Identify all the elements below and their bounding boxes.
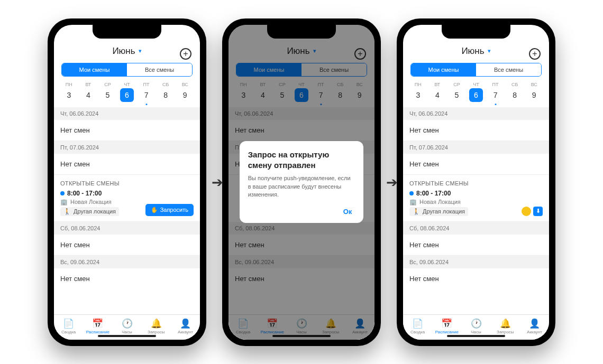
- walk-icon: 🚶: [63, 208, 71, 215]
- status-dot-icon: [409, 191, 414, 195]
- date-header: Чт, 06.06.2024: [54, 107, 200, 120]
- month-selector[interactable]: Июнь ▾: [112, 46, 141, 57]
- chevron-down-icon: ▾: [488, 48, 491, 54]
- date-header: Сб, 08.06.2024: [54, 222, 200, 235]
- no-shifts-row: Нет смен: [54, 235, 200, 256]
- schedule-list: Чт, 06.06.2024 Нет смен Пт, 07.06.2024 Н…: [54, 107, 200, 314]
- day-sat[interactable]: СБ8: [156, 82, 176, 102]
- home-indicator[interactable]: [98, 335, 156, 337]
- confirmation-modal: Запрос на открытую смену отправлен Вы по…: [240, 141, 364, 222]
- building-icon: 🏢: [409, 199, 417, 206]
- walk-icon: 🚶: [413, 208, 420, 215]
- status-dot-icon: [60, 191, 65, 195]
- add-button[interactable]: +: [529, 48, 541, 60]
- open-shifts-header: ОТКРЫТЫЕ СМЕНЫ: [54, 175, 200, 190]
- open-shift-card[interactable]: 8:00 - 17:00 🏢Новая Локация 🚶Другая лока…: [54, 190, 200, 222]
- day-mon[interactable]: ПН3: [59, 82, 79, 102]
- segment-my-shifts[interactable]: Мои смены: [411, 63, 476, 76]
- segment-all-shifts[interactable]: Все смены: [476, 63, 541, 76]
- schedule-icon: 📅: [83, 318, 112, 329]
- tab-summary[interactable]: 📄Сводка: [403, 318, 432, 334]
- segment-all-shifts[interactable]: Все смены: [127, 63, 192, 76]
- hand-icon: ✋: [151, 207, 158, 213]
- date-header: Вс, 09.06.2024: [54, 256, 200, 268]
- add-button[interactable]: +: [180, 48, 191, 60]
- shift-location-secondary: 🚶Другая локация: [60, 207, 119, 216]
- shift-status-badges: ⬇: [522, 207, 543, 216]
- phone-screen-2: Июнь ▾ + Мои смены Все смены ПН3 ВТ4 СР5…: [222, 18, 381, 346]
- tab-hours[interactable]: 🕐Часы: [112, 318, 141, 334]
- tab-requests[interactable]: 🔔Запросы: [142, 318, 171, 334]
- date-header: Пт, 07.06.2024: [54, 141, 200, 154]
- bell-icon: 🔔: [142, 318, 171, 329]
- modal-title: Запрос на открытую смену отправлен: [248, 150, 355, 170]
- no-shifts-row: Нет смен: [54, 154, 200, 175]
- day-tue[interactable]: ВТ4: [79, 82, 98, 102]
- flow-arrow-icon: ➔: [212, 174, 223, 190]
- month-label: Июнь: [112, 46, 135, 57]
- no-shifts-row: Нет смен: [54, 268, 200, 289]
- tab-hours[interactable]: 🕐Часы: [461, 318, 490, 334]
- shift-time: 8:00 - 17:00: [60, 190, 194, 197]
- shift-scope-segmented: Мои смены Все смены: [61, 63, 193, 77]
- claim-shift-button[interactable]: ✋Запросить: [145, 204, 194, 216]
- segment-my-shifts[interactable]: Мои смены: [62, 63, 127, 76]
- tab-requests[interactable]: 🔔Запросы: [491, 318, 520, 334]
- clock-icon: 🕐: [112, 318, 141, 329]
- phone-screen-1: Июнь ▾ + Мои смены Все смены ПН3 ВТ4 СР5…: [48, 18, 206, 346]
- day-fri[interactable]: ПТ7: [136, 82, 156, 102]
- week-row: ПН3 ВТ4 СР5 ЧТ6 ПТ7 СБ8 ВС9: [54, 81, 200, 107]
- day-sun[interactable]: ВС9: [175, 82, 195, 102]
- tab-account[interactable]: 👤Аккаунт: [520, 318, 549, 334]
- tab-account[interactable]: 👤Аккаунт: [171, 318, 200, 334]
- no-shifts-row: Нет смен: [54, 120, 200, 141]
- flow-arrow-icon: ➔: [386, 174, 398, 190]
- tab-schedule[interactable]: 📅Расписание: [432, 318, 461, 334]
- month-selector[interactable]: Июнь ▾: [461, 46, 490, 57]
- open-shift-card[interactable]: 8:00 - 17:00 🏢Новая Локация 🚶Другая лока…: [403, 190, 549, 222]
- day-wed[interactable]: СР5: [98, 82, 117, 102]
- modal-ok-button[interactable]: Ок: [248, 206, 355, 218]
- tab-schedule[interactable]: 📅Расписание: [83, 318, 112, 334]
- pending-badge-icon: [522, 207, 531, 216]
- building-icon: 🏢: [60, 199, 68, 206]
- requested-badge-icon: ⬇: [533, 207, 543, 216]
- modal-body: Вы получите push-уведомление, если в ваш…: [248, 174, 355, 199]
- phone-screen-3: Июнь ▾ + Мои смены Все смены ПН3 ВТ4 СР5…: [397, 18, 555, 346]
- chevron-down-icon: ▾: [139, 48, 142, 54]
- account-icon: 👤: [171, 318, 200, 329]
- home-indicator[interactable]: [447, 335, 505, 337]
- day-thu[interactable]: ЧТ6: [117, 82, 137, 102]
- modal-backdrop[interactable]: Запрос на открытую смену отправлен Вы по…: [229, 25, 374, 340]
- summary-icon: 📄: [54, 318, 83, 329]
- tab-summary[interactable]: 📄Сводка: [54, 318, 83, 334]
